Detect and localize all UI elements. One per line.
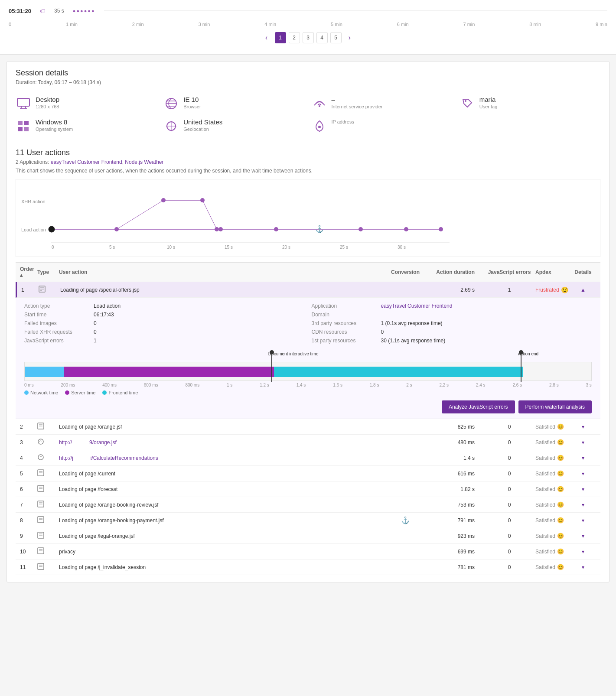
legend-network: Network time <box>24 390 58 395</box>
failed-xhr-label: Failed XHR requests <box>24 329 94 335</box>
col-conversion: Conversion <box>379 269 431 275</box>
row-11-expand-button[interactable]: ▾ <box>570 564 596 570</box>
cdn-val: 0 <box>381 329 384 335</box>
table-row: 1 Loading of page /special-offers.jsp 2.… <box>16 282 600 298</box>
svg-point-26 <box>439 227 443 231</box>
geo-label: Geolocation <box>183 127 222 132</box>
page-1-button[interactable]: 1 <box>275 32 286 43</box>
row-8-type-icon <box>37 516 59 524</box>
prev-page-button[interactable]: ‹ <box>261 32 272 43</box>
row-1-js-errors: 1 <box>483 287 535 293</box>
row-1-action: Loading of page /special-offers.jsp <box>60 287 379 293</box>
session-title: Session details <box>16 68 600 78</box>
app2-link[interactable]: Node.js Weather <box>125 159 163 165</box>
svg-text:10 s: 10 s <box>167 245 175 250</box>
svg-point-13 <box>318 126 321 128</box>
detail-isp: – Internet service provider <box>312 96 453 111</box>
app1-link[interactable]: easyTravel Customer Frontend <box>51 159 122 165</box>
row-3-type-icon <box>37 438 59 446</box>
detail-usertag: maria User tag <box>460 96 600 111</box>
action-type-label: Action type <box>24 303 94 309</box>
pagination: ‹ 1 2 3 4 5 › <box>9 28 607 48</box>
third-party-row: 3rd party resources 1 (0.1s avg response… <box>312 320 592 326</box>
waterfall-bar-container <box>24 362 592 381</box>
waterfall-section: Document interactive time Action end <box>24 351 592 413</box>
session-details-grid: Desktop 1280 x 768 IE 10 Browser <box>7 89 609 141</box>
row-3-expand-button[interactable]: ▾ <box>570 439 596 446</box>
svg-point-25 <box>404 227 408 231</box>
page-5-button[interactable]: 5 <box>330 32 342 43</box>
table-row: 11 Loading of page /j_invalidate_session… <box>16 559 600 575</box>
user-actions-chart: XHR action Load action ⚓ <box>16 179 600 257</box>
waterfall-marker-labels: Document interactive time Action end <box>24 351 592 361</box>
expanded-right: Application easyTravel Customer Frontend… <box>312 303 592 346</box>
desktop-resolution: 1280 x 768 <box>36 104 59 109</box>
row-9-expand-button[interactable]: ▾ <box>570 533 596 539</box>
start-time-val: 06:17:43 <box>94 312 114 318</box>
apps-prefix: 2 Applications: <box>16 159 51 165</box>
desktop-value: Desktop <box>36 96 59 103</box>
action-type-val: Load action <box>94 303 121 309</box>
network-bar <box>25 367 64 377</box>
usertag-value: maria <box>479 96 498 103</box>
expanded-detail-row-1: Action type Load action Start time 06:17… <box>16 298 600 419</box>
chart-svg: XHR action Load action ⚓ <box>16 179 600 257</box>
table-row: 2 Loading of page /orange.jsf 825 ms 0 S… <box>16 419 600 435</box>
os-icon <box>16 118 31 134</box>
row-7-expand-button[interactable]: ▾ <box>570 502 596 508</box>
isp-label: Internet service provider <box>332 104 383 109</box>
detail-desktop: Desktop 1280 x 768 <box>16 96 156 111</box>
row-6-expand-button[interactable]: ▾ <box>570 486 596 492</box>
svg-text:0: 0 <box>52 245 54 250</box>
session-dots: ●●●●●● <box>73 8 95 13</box>
page-3-button[interactable]: 3 <box>303 32 314 43</box>
row-1-expand-button[interactable]: ▲ <box>570 287 596 293</box>
col-apdex: Apdex <box>535 269 570 275</box>
analyze-js-button[interactable]: Analyze JavaScript errors <box>442 400 515 413</box>
row-4-expand-button[interactable]: ▾ <box>570 455 596 461</box>
detail-os: Windows 8 Operating system <box>16 118 156 134</box>
doc-interactive-label: Document interactive time <box>268 351 319 356</box>
apps-line: 2 Applications: easyTravel Customer Fron… <box>16 159 600 165</box>
col-order: Order ▴ <box>20 266 37 278</box>
os-label: Operating system <box>36 127 73 132</box>
frontend-legend-dot <box>102 390 107 395</box>
start-time-row: Start time 06:17:43 <box>24 312 305 318</box>
row-10-expand-button[interactable]: ▾ <box>570 549 596 555</box>
domain-row: Domain <box>312 312 592 318</box>
svg-text:15 s: 15 s <box>225 245 233 250</box>
svg-rect-11 <box>24 127 29 131</box>
application-val[interactable]: easyTravel Customer Frontend <box>381 303 453 309</box>
row-1-duration: 2.69 s <box>431 287 483 293</box>
browser-detail-text: IE 10 Browser <box>183 96 201 109</box>
svg-point-24 <box>359 227 363 231</box>
session-duration: Duration: Today, 06:17 – 06:18 (34 s) <box>16 79 600 85</box>
row-2-expand-button[interactable]: ▾ <box>570 424 596 430</box>
table-row: 10 privacy 699 ms 0 Satisfied 😊 ▾ <box>16 544 600 559</box>
waterfall-analysis-button[interactable]: Perform waterfall analysis <box>518 400 592 413</box>
tag-icon: 🏷 <box>40 8 46 14</box>
application-row: Application easyTravel Customer Frontend <box>312 303 592 309</box>
action-end-marker <box>521 353 521 382</box>
table-row: 7 Loading of page /orange-booking-review… <box>16 497 600 513</box>
row-10-type-icon <box>37 547 59 556</box>
svg-text:⚓: ⚓ <box>315 225 324 233</box>
row-8-expand-button[interactable]: ▾ <box>570 517 596 524</box>
session-duration-top: 35 s <box>54 8 64 14</box>
server-bar <box>64 367 274 377</box>
doc-interactive-marker <box>271 353 272 382</box>
isp-detail-text: – Internet service provider <box>332 96 383 109</box>
row-8-conversion-flag: ⚓ <box>379 516 431 524</box>
js-errors-val: 1 <box>94 338 97 344</box>
page-4-button[interactable]: 4 <box>316 32 328 43</box>
table-row: 5 Loading of page /current 616 ms 0 Sati… <box>16 466 600 481</box>
svg-point-42 <box>38 439 43 444</box>
main-card: Session details Duration: Today, 06:17 –… <box>7 61 609 582</box>
row-5-expand-button[interactable]: ▾ <box>570 471 596 477</box>
frontend-legend-label: Frontend time <box>108 390 138 395</box>
svg-point-18 <box>49 226 55 232</box>
page-2-button[interactable]: 2 <box>289 32 300 43</box>
js-errors-label: JavaScript errors <box>24 338 94 344</box>
usertag-detail-text: maria User tag <box>479 96 498 109</box>
next-page-button[interactable]: › <box>344 32 355 43</box>
